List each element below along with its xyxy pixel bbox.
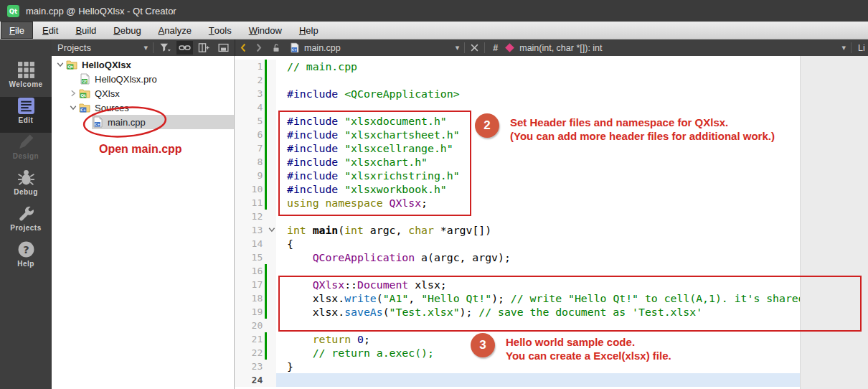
line-number[interactable]: 21 (235, 332, 264, 346)
panel-title[interactable]: Projects (57, 42, 141, 53)
code-text[interactable]: #include "xlsxchartsheet.h" (276, 128, 868, 141)
line-number-gutter[interactable]: 20 (235, 319, 276, 332)
menu-window[interactable]: Window (241, 22, 290, 39)
line-number[interactable]: 22 (235, 346, 264, 360)
code-text[interactable]: using namespace QXlsx; (276, 196, 868, 210)
fold-marker-icon[interactable] (268, 225, 276, 234)
line-number[interactable]: 19 (235, 305, 264, 319)
open-file-label[interactable]: main.cpp (304, 43, 341, 53)
code-text[interactable]: QXlsx::Document xlsx; (276, 278, 868, 291)
line-number-gutter[interactable]: 19 (235, 305, 276, 319)
line-number-gutter[interactable]: 3 (235, 87, 276, 100)
code-text[interactable] (276, 210, 868, 223)
menu-analyze[interactable]: Analyze (151, 22, 199, 39)
line-number-gutter[interactable]: 17 (235, 278, 276, 291)
filter-icon[interactable] (157, 41, 174, 55)
line-number[interactable]: 8 (235, 155, 264, 169)
line-number[interactable]: 4 (235, 100, 264, 114)
tree-item-main.cpp[interactable]: C+main.cpp (52, 115, 234, 129)
line-number[interactable]: 15 (235, 250, 264, 264)
expander-expanded-icon[interactable] (55, 60, 66, 69)
hash-symbol-icon[interactable]: # (493, 43, 498, 53)
line-number[interactable]: 13 (235, 223, 264, 237)
line-number-gutter[interactable]: 24 (235, 373, 276, 387)
code-text[interactable] (276, 264, 868, 278)
line-number[interactable]: 10 (235, 182, 264, 196)
line-number[interactable]: 6 (235, 128, 264, 141)
sync-with-editor-icon[interactable] (176, 41, 193, 55)
code-text[interactable]: } (276, 360, 868, 373)
line-number[interactable]: 20 (235, 319, 264, 332)
line-number[interactable]: 9 (235, 169, 264, 182)
line-number-gutter[interactable]: 23 (235, 360, 276, 373)
code-text[interactable]: #include "xlsxcellrange.h" (276, 141, 868, 155)
code-text[interactable] (276, 73, 868, 87)
current-symbol-label[interactable]: main(int, char *[]): int (519, 43, 602, 53)
line-number[interactable]: 12 (235, 210, 264, 223)
code-text[interactable]: // main.cpp (276, 60, 868, 73)
line-number-gutter[interactable]: 11 (235, 196, 276, 210)
line-number[interactable]: 7 (235, 141, 264, 155)
chevron-down-icon[interactable]: ▾ (841, 43, 846, 52)
mode-help[interactable]: ?Help (0, 240, 52, 276)
mode-welcome[interactable]: Welcome (0, 61, 52, 97)
line-number-gutter[interactable]: 4 (235, 100, 276, 114)
line-number[interactable]: 3 (235, 87, 264, 100)
line-number-gutter[interactable]: 12 (235, 210, 276, 223)
line-number-gutter[interactable]: 9 (235, 169, 276, 182)
mode-debug[interactable]: Debug (0, 169, 52, 205)
expander-collapsed-icon[interactable] (67, 89, 79, 98)
chevron-down-icon[interactable]: ▾ (456, 43, 460, 52)
line-number-gutter[interactable]: 15 (235, 250, 276, 264)
line-number[interactable]: 11 (235, 196, 264, 210)
menu-file[interactable]: File (1, 22, 33, 39)
hide-panel-icon[interactable] (215, 41, 232, 55)
tree-item-helloqxlsx.pro[interactable]: QtHelloQXlsx.pro (52, 72, 234, 86)
line-number-gutter[interactable]: 8 (235, 155, 276, 169)
split-panel-icon[interactable] (196, 41, 212, 55)
chevron-down-icon[interactable]: ▾ (143, 43, 148, 52)
mode-projects[interactable]: Projects (0, 205, 52, 240)
code-text[interactable]: int main(int argc, char *argv[]) (276, 223, 868, 237)
code-text[interactable] (276, 319, 868, 332)
code-text[interactable]: return 0; (276, 332, 868, 346)
menu-edit[interactable]: Edit (34, 22, 66, 39)
menu-debug[interactable]: Debug (105, 22, 148, 39)
line-number[interactable]: 1 (235, 60, 264, 73)
line-number[interactable]: 2 (235, 73, 264, 87)
line-number[interactable]: 5 (235, 114, 264, 128)
close-document-icon[interactable] (469, 42, 480, 53)
line-number-gutter[interactable]: 16 (235, 264, 276, 278)
line-number[interactable]: 18 (235, 291, 264, 305)
line-number[interactable]: 17 (235, 278, 264, 291)
line-number-gutter[interactable]: 7 (235, 141, 276, 155)
line-number-gutter[interactable]: 13 (235, 223, 276, 237)
code-text[interactable]: QCoreApplication a(argc, argv); (276, 250, 868, 264)
line-number-gutter[interactable]: 5 (235, 114, 276, 128)
tree-item-helloqxlsx[interactable]: QtHelloQXlsx (52, 57, 234, 72)
go-back-icon[interactable] (238, 42, 249, 53)
code-text[interactable]: #include "xlsxworkbook.h" (276, 182, 868, 196)
line-number[interactable]: 14 (235, 237, 264, 250)
line-number[interactable]: 16 (235, 264, 264, 278)
menu-help[interactable]: Help (291, 22, 326, 39)
code-text[interactable] (276, 100, 868, 114)
line-number-gutter[interactable]: 2 (235, 73, 276, 87)
code-text[interactable]: xlsx.saveAs("Test.xlsx"); // save the do… (276, 305, 868, 319)
go-forward-icon[interactable] (253, 42, 264, 53)
line-number-gutter[interactable]: 6 (235, 128, 276, 141)
line-number[interactable]: 23 (235, 360, 264, 373)
line-number-gutter[interactable]: 18 (235, 291, 276, 305)
tree-item-qxlsx[interactable]: QtQXlsx (52, 86, 234, 100)
line-number-gutter[interactable]: 10 (235, 182, 276, 196)
unlocked-icon[interactable] (271, 43, 281, 53)
code-text[interactable]: xlsx.write("A1", "Hello Qt!"); // write … (276, 291, 868, 305)
expander-expanded-icon[interactable] (67, 103, 79, 112)
code-text[interactable]: #include "xlsxrichstring.h" (276, 169, 868, 182)
code-text[interactable]: #include "xlsxchart.h" (276, 155, 868, 169)
mode-edit[interactable]: Edit (0, 97, 52, 133)
menu-build[interactable]: Build (67, 22, 104, 39)
tree-item-sources[interactable]: C+Sources (52, 100, 234, 115)
code-text[interactable] (276, 373, 868, 387)
menu-tools[interactable]: Tools (201, 22, 240, 39)
